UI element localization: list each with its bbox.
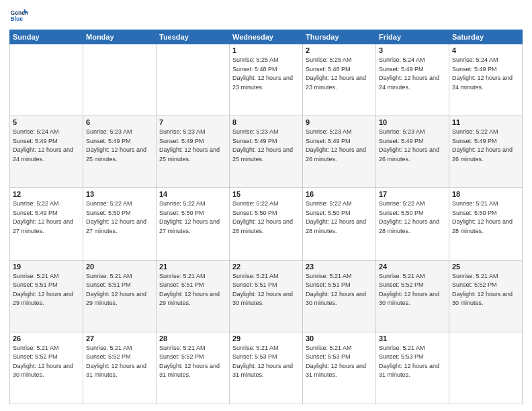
- day-info: Sunrise: 5:21 AMSunset: 5:52 PMDaylight:…: [86, 344, 153, 380]
- weekday-header-thursday: Thursday: [303, 30, 376, 44]
- calendar-empty-cell: [157, 44, 230, 116]
- day-info: Sunrise: 5:21 AMSunset: 5:52 PMDaylight:…: [379, 272, 446, 308]
- calendar-week-row: 19Sunrise: 5:21 AMSunset: 5:51 PMDayligh…: [10, 260, 523, 332]
- day-info: Sunrise: 5:21 AMSunset: 5:52 PMDaylight:…: [159, 344, 226, 380]
- calendar-day-cell: 27Sunrise: 5:21 AMSunset: 5:52 PMDayligh…: [83, 332, 157, 404]
- calendar-day-cell: 10Sunrise: 5:23 AMSunset: 5:49 PMDayligh…: [376, 116, 449, 188]
- calendar-day-cell: 6Sunrise: 5:23 AMSunset: 5:49 PMDaylight…: [83, 116, 157, 188]
- calendar-week-row: 1Sunrise: 5:25 AMSunset: 5:48 PMDaylight…: [10, 44, 523, 116]
- day-number: 24: [379, 263, 446, 271]
- day-info: Sunrise: 5:22 AMSunset: 5:50 PMDaylight:…: [232, 199, 300, 236]
- day-number: 15: [232, 190, 300, 198]
- calendar-day-cell: 29Sunrise: 5:21 AMSunset: 5:53 PMDayligh…: [230, 332, 303, 404]
- day-number: 27: [86, 334, 153, 342]
- day-info: Sunrise: 5:23 AMSunset: 5:49 PMDaylight:…: [232, 128, 300, 164]
- day-number: 14: [159, 190, 226, 198]
- calendar-empty-cell: [449, 332, 523, 404]
- day-number: 4: [452, 46, 519, 54]
- day-number: 5: [13, 118, 80, 126]
- day-number: 21: [159, 263, 226, 271]
- day-info: Sunrise: 5:23 AMSunset: 5:49 PMDaylight:…: [379, 128, 446, 164]
- day-number: 9: [306, 118, 373, 126]
- day-info: Sunrise: 5:22 AMSunset: 5:50 PMDaylight:…: [86, 199, 153, 236]
- day-number: 17: [379, 190, 446, 198]
- calendar-day-cell: 24Sunrise: 5:21 AMSunset: 5:52 PMDayligh…: [376, 260, 449, 332]
- calendar-day-cell: 1Sunrise: 5:25 AMSunset: 5:48 PMDaylight…: [230, 44, 303, 116]
- day-info: Sunrise: 5:24 AMSunset: 5:49 PMDaylight:…: [13, 128, 80, 164]
- calendar-day-cell: 25Sunrise: 5:21 AMSunset: 5:52 PMDayligh…: [449, 260, 523, 332]
- calendar-day-cell: 8Sunrise: 5:23 AMSunset: 5:49 PMDaylight…: [230, 116, 303, 188]
- day-number: 22: [232, 263, 300, 271]
- calendar-day-cell: 17Sunrise: 5:22 AMSunset: 5:50 PMDayligh…: [376, 188, 449, 260]
- calendar-week-row: 5Sunrise: 5:24 AMSunset: 5:49 PMDaylight…: [10, 116, 523, 188]
- day-number: 1: [232, 46, 300, 54]
- calendar-day-cell: 13Sunrise: 5:22 AMSunset: 5:50 PMDayligh…: [83, 188, 157, 260]
- logo: General Blue: [9, 7, 28, 26]
- calendar-day-cell: 30Sunrise: 5:21 AMSunset: 5:53 PMDayligh…: [303, 332, 376, 404]
- day-number: 23: [306, 263, 373, 271]
- calendar-day-cell: 16Sunrise: 5:22 AMSunset: 5:50 PMDayligh…: [303, 188, 376, 260]
- weekday-header-saturday: Saturday: [449, 30, 523, 44]
- day-info: Sunrise: 5:22 AMSunset: 5:49 PMDaylight:…: [452, 128, 519, 164]
- calendar-day-cell: 22Sunrise: 5:21 AMSunset: 5:51 PMDayligh…: [230, 260, 303, 332]
- day-info: Sunrise: 5:23 AMSunset: 5:49 PMDaylight:…: [306, 128, 373, 164]
- day-number: 7: [159, 118, 226, 126]
- day-number: 25: [452, 263, 519, 271]
- day-number: 6: [86, 118, 153, 126]
- logo-icon: General Blue: [9, 7, 28, 26]
- day-number: 30: [306, 334, 373, 342]
- day-number: 18: [452, 190, 519, 198]
- day-info: Sunrise: 5:24 AMSunset: 5:49 PMDaylight:…: [452, 56, 519, 92]
- calendar-day-cell: 9Sunrise: 5:23 AMSunset: 5:49 PMDaylight…: [303, 116, 376, 188]
- weekday-header-tuesday: Tuesday: [157, 30, 230, 44]
- day-number: 26: [13, 334, 80, 342]
- day-info: Sunrise: 5:23 AMSunset: 5:49 PMDaylight:…: [86, 128, 153, 164]
- calendar-day-cell: 11Sunrise: 5:22 AMSunset: 5:49 PMDayligh…: [449, 116, 523, 188]
- weekday-header-friday: Friday: [376, 30, 449, 44]
- day-info: Sunrise: 5:21 AMSunset: 5:52 PMDaylight:…: [452, 272, 519, 308]
- day-info: Sunrise: 5:22 AMSunset: 5:50 PMDaylight:…: [306, 199, 373, 236]
- day-number: 10: [379, 118, 446, 126]
- calendar-day-cell: 7Sunrise: 5:23 AMSunset: 5:49 PMDaylight…: [157, 116, 230, 188]
- calendar-day-cell: 20Sunrise: 5:21 AMSunset: 5:51 PMDayligh…: [83, 260, 157, 332]
- day-info: Sunrise: 5:21 AMSunset: 5:51 PMDaylight:…: [159, 272, 226, 308]
- day-info: Sunrise: 5:21 AMSunset: 5:51 PMDaylight:…: [13, 272, 80, 308]
- calendar-day-cell: 26Sunrise: 5:21 AMSunset: 5:52 PMDayligh…: [10, 332, 83, 404]
- day-info: Sunrise: 5:21 AMSunset: 5:51 PMDaylight:…: [232, 272, 300, 308]
- calendar-day-cell: 12Sunrise: 5:22 AMSunset: 5:49 PMDayligh…: [10, 188, 83, 260]
- weekday-header-sunday: Sunday: [10, 30, 83, 44]
- day-info: Sunrise: 5:21 AMSunset: 5:51 PMDaylight:…: [306, 272, 373, 308]
- day-number: 2: [306, 46, 373, 54]
- calendar-day-cell: 28Sunrise: 5:21 AMSunset: 5:52 PMDayligh…: [157, 332, 230, 404]
- day-info: Sunrise: 5:22 AMSunset: 5:49 PMDaylight:…: [13, 199, 80, 236]
- day-info: Sunrise: 5:21 AMSunset: 5:53 PMDaylight:…: [379, 344, 446, 380]
- svg-text:Blue: Blue: [11, 15, 24, 22]
- day-number: 20: [86, 263, 153, 271]
- day-number: 16: [306, 190, 373, 198]
- day-number: 31: [379, 334, 446, 342]
- calendar-day-cell: 4Sunrise: 5:24 AMSunset: 5:49 PMDaylight…: [449, 44, 523, 116]
- day-number: 8: [232, 118, 300, 126]
- calendar-day-cell: 19Sunrise: 5:21 AMSunset: 5:51 PMDayligh…: [10, 260, 83, 332]
- calendar-day-cell: 2Sunrise: 5:25 AMSunset: 5:48 PMDaylight…: [303, 44, 376, 116]
- day-number: 28: [159, 334, 226, 342]
- day-info: Sunrise: 5:23 AMSunset: 5:49 PMDaylight:…: [159, 128, 226, 164]
- calendar-week-row: 12Sunrise: 5:22 AMSunset: 5:49 PMDayligh…: [10, 188, 523, 260]
- day-info: Sunrise: 5:21 AMSunset: 5:52 PMDaylight:…: [13, 344, 80, 380]
- calendar-empty-cell: [83, 44, 157, 116]
- calendar-day-cell: 31Sunrise: 5:21 AMSunset: 5:53 PMDayligh…: [376, 332, 449, 404]
- calendar-day-cell: 21Sunrise: 5:21 AMSunset: 5:51 PMDayligh…: [157, 260, 230, 332]
- day-info: Sunrise: 5:21 AMSunset: 5:50 PMDaylight:…: [452, 199, 519, 236]
- day-number: 11: [452, 118, 519, 126]
- day-info: Sunrise: 5:25 AMSunset: 5:48 PMDaylight:…: [232, 56, 300, 92]
- day-info: Sunrise: 5:21 AMSunset: 5:53 PMDaylight:…: [232, 344, 300, 380]
- day-number: 13: [86, 190, 153, 198]
- day-info: Sunrise: 5:22 AMSunset: 5:50 PMDaylight:…: [379, 199, 446, 236]
- calendar-day-cell: 3Sunrise: 5:24 AMSunset: 5:49 PMDaylight…: [376, 44, 449, 116]
- day-info: Sunrise: 5:21 AMSunset: 5:51 PMDaylight:…: [86, 272, 153, 308]
- day-number: 3: [379, 46, 446, 54]
- weekday-header-monday: Monday: [83, 30, 157, 44]
- calendar-empty-cell: [10, 44, 83, 116]
- day-info: Sunrise: 5:25 AMSunset: 5:48 PMDaylight:…: [306, 56, 373, 92]
- calendar-day-cell: 23Sunrise: 5:21 AMSunset: 5:51 PMDayligh…: [303, 260, 376, 332]
